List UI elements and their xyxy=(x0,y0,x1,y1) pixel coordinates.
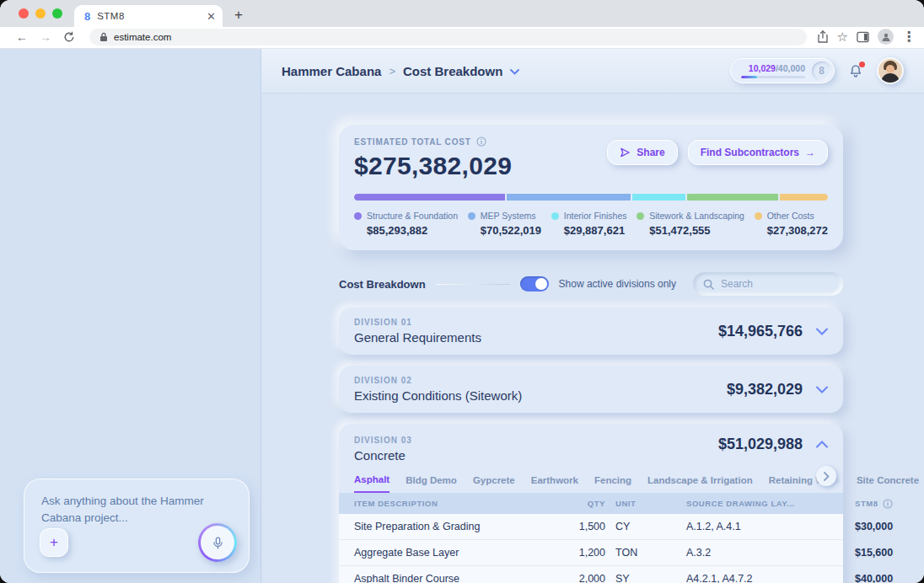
cell-description: Site Preparation & Grading xyxy=(354,521,546,532)
bar-segment xyxy=(687,194,778,201)
user-avatar[interactable] xyxy=(877,57,904,84)
division-card-01[interactable]: DIVISION 01 General Requirements $14,965… xyxy=(339,308,843,355)
division-tab[interactable]: Site Concrete xyxy=(857,475,919,492)
info-icon[interactable] xyxy=(883,499,893,509)
bar-segment xyxy=(507,194,631,201)
search-input[interactable] xyxy=(721,278,833,290)
microphone-icon xyxy=(211,535,225,551)
reload-icon[interactable] xyxy=(59,31,79,43)
chat-input-card[interactable]: Ask anything about the Hammer Cabana pro… xyxy=(24,479,250,573)
legend-item: MEP Systems $70,522,019 xyxy=(468,211,541,237)
stm8-logo-icon: 8 xyxy=(812,62,831,81)
breadcrumb-project[interactable]: Hammer Cabana xyxy=(282,64,381,78)
info-icon[interactable] xyxy=(476,136,486,147)
division-card-02[interactable]: DIVISION 02 Existing Conditions (Sitewor… xyxy=(339,366,843,413)
division-tab[interactable]: Asphalt xyxy=(354,474,389,493)
legend-item: Structure & Foundation $85,293,882 xyxy=(354,211,458,237)
bookmark-star-icon[interactable]: ☆ xyxy=(837,29,848,45)
share-page-icon[interactable] xyxy=(817,30,829,43)
division-tab[interactable]: Bldg Demo xyxy=(406,475,457,492)
new-tab-button[interactable]: + xyxy=(223,7,243,27)
division-tab[interactable]: Earthwork xyxy=(531,475,578,492)
voice-input-button[interactable] xyxy=(198,523,237,562)
notifications-button[interactable] xyxy=(848,63,863,79)
menu-kebab-icon[interactable]: ⋮ xyxy=(902,29,916,45)
cell-qty: 1,200 xyxy=(556,547,605,559)
table-row[interactable]: Site Preparation & Grading 1,500 CY A.1.… xyxy=(339,514,843,540)
division-name: General Requirements xyxy=(354,330,481,345)
maximize-window-button[interactable] xyxy=(52,8,62,19)
legend-amount: $27,308,272 xyxy=(767,224,828,237)
app-header: Hammer Cabana > Cost Breakdown 10,029/40… xyxy=(261,49,924,93)
breadcrumb-page[interactable]: Cost Breakdown xyxy=(403,64,502,78)
division-name: Concrete xyxy=(354,448,412,463)
tabs-scroll-right-button[interactable] xyxy=(816,466,836,486)
chevron-up-icon[interactable] xyxy=(816,441,828,448)
credits-badge[interactable]: 10,029/40,000 8 xyxy=(730,58,835,83)
browser-tab-strip: 8 STM8 ✕ + xyxy=(0,0,924,27)
find-subcontractors-button[interactable]: Find Subcontractors → xyxy=(688,140,828,165)
side-panel-icon[interactable] xyxy=(857,31,869,43)
back-icon[interactable]: ← xyxy=(12,30,32,44)
active-divisions-toggle[interactable] xyxy=(520,276,549,292)
legend-item: Sitework & Landscaping $51,472,555 xyxy=(637,211,744,237)
chevron-down-icon[interactable] xyxy=(816,386,828,393)
division-tab[interactable]: Gypcrete xyxy=(473,475,515,492)
search-box[interactable] xyxy=(693,272,843,296)
legend-label: Sitework & Landscaping xyxy=(649,211,744,221)
legend-amount: $51,472,555 xyxy=(649,224,744,237)
legend-dot-icon xyxy=(637,212,644,220)
forward-icon[interactable]: → xyxy=(35,30,56,44)
window-controls xyxy=(0,8,74,27)
lock-icon xyxy=(99,32,108,42)
content-area: ESTIMATED TOTAL COST $275,382,029 xyxy=(261,93,924,583)
attach-button[interactable]: + xyxy=(40,528,68,557)
cell-unit: TON xyxy=(615,547,676,559)
close-window-button[interactable] xyxy=(19,8,29,19)
division-card-03: DIVISION 03 Concrete $51,029,988 xyxy=(339,424,843,583)
legend-label: Other Costs xyxy=(767,211,814,221)
chevron-down-icon[interactable] xyxy=(510,67,519,75)
legend-item: Interior Finishes $29,887,621 xyxy=(551,211,627,237)
share-button[interactable]: Share xyxy=(607,140,677,165)
table-row[interactable]: Asphalt Binder Course 2,000 SY A4.2.1, A… xyxy=(339,566,843,583)
division-tab[interactable]: Landscape & Irrigation xyxy=(647,475,753,492)
tab-favicon-icon: 8 xyxy=(84,10,90,23)
table-row[interactable]: Aggregate Base Layer 1,200 TON A.3.2 $15… xyxy=(339,540,843,566)
chevron-down-icon[interactable] xyxy=(816,328,828,335)
col-stm8: STM8 xyxy=(855,499,878,508)
cell-amount: $40,000 xyxy=(855,573,893,583)
tab-close-icon[interactable]: ✕ xyxy=(207,11,216,22)
division-code: DIVISION 01 xyxy=(354,318,481,327)
browser-tab[interactable]: 8 STM8 ✕ xyxy=(74,5,223,27)
legend-label: Structure & Foundation xyxy=(367,211,458,221)
cell-source: A.3.2 xyxy=(686,547,845,559)
cell-description: Aggregate Base Layer xyxy=(354,547,546,559)
cell-source: A.1.2, A.4.1 xyxy=(686,521,845,532)
legend-item: Other Costs $27,308,272 xyxy=(755,211,828,237)
division-tab[interactable]: Fencing xyxy=(594,475,631,492)
bar-segment xyxy=(780,194,828,201)
legend-dot-icon xyxy=(354,212,362,220)
legend-dot-icon xyxy=(551,212,559,220)
legend-amount: $29,887,621 xyxy=(564,224,627,237)
address-bar[interactable]: estimate.com xyxy=(89,29,807,45)
minimize-window-button[interactable] xyxy=(35,8,46,19)
cell-description: Asphalt Binder Course xyxy=(354,573,546,583)
total-cost-value: $275,382,029 xyxy=(354,152,512,180)
table-header: ITEM DESCRIPTION QTY UNIT SOURCE DRAWING… xyxy=(339,493,843,514)
search-icon xyxy=(703,279,714,290)
legend-label: Interior Finishes xyxy=(564,211,627,221)
profile-icon[interactable] xyxy=(878,29,894,45)
send-icon xyxy=(620,147,631,158)
items-table: ITEM DESCRIPTION QTY UNIT SOURCE DRAWING… xyxy=(339,493,843,583)
url-text: estimate.com xyxy=(114,32,171,42)
section-title: Cost Breakdown xyxy=(339,278,426,291)
cell-amount: $15,600 xyxy=(855,547,893,559)
division-header[interactable]: DIVISION 03 Concrete $51,029,988 xyxy=(339,436,843,463)
cost-legend: Structure & Foundation $85,293,882 MEP S… xyxy=(354,211,828,237)
chat-sidebar: Ask anything about the Hammer Cabana pro… xyxy=(0,49,261,583)
browser-window: 8 STM8 ✕ + ← → estimate.com ☆ xyxy=(0,0,924,583)
credits-count: 10,029/40,000 xyxy=(741,63,805,73)
division-name: Existing Conditions (Sitework) xyxy=(354,388,522,403)
